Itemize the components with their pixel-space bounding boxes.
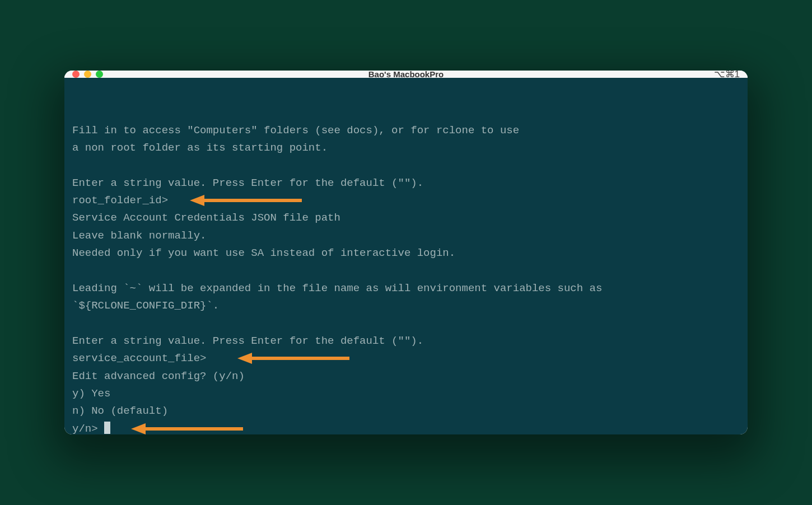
- terminal-line: [72, 157, 740, 174]
- minimize-button[interactable]: [84, 71, 91, 78]
- terminal-line: Fill in to access "Computers" folders (s…: [72, 122, 740, 139]
- terminal-line: Service Account Credentials JSON file pa…: [72, 209, 740, 227]
- terminal-line: `${RCLONE_CONFIG_DIR}`.: [72, 297, 740, 315]
- close-button[interactable]: [72, 71, 80, 78]
- terminal-line: Enter a string value. Press Enter for th…: [72, 175, 740, 192]
- terminal-line: y/n>: [72, 420, 740, 434]
- svg-marker-3: [237, 353, 252, 364]
- annotation-arrow-icon: [131, 422, 243, 434]
- terminal-line: Edit advanced config? (y/n): [72, 368, 740, 385]
- terminal-line: [72, 262, 740, 279]
- terminal-window: Bao's MacbookPro ⌥⌘1 Fill in to access "…: [64, 71, 748, 434]
- annotation-arrow-icon: [237, 351, 349, 366]
- terminal-line: n) No (default): [72, 403, 740, 420]
- terminal-content[interactable]: Fill in to access "Computers" folders (s…: [64, 78, 748, 434]
- terminal-line: Needed only if you want use SA instead o…: [72, 245, 740, 262]
- window-controls: [72, 71, 103, 78]
- svg-marker-1: [190, 195, 204, 206]
- terminal-cursor: [104, 422, 110, 434]
- terminal-line: root_folder_id>: [72, 192, 740, 209]
- terminal-line: y) Yes: [72, 385, 740, 403]
- terminal-line: Leading `~` will be expanded in the file…: [72, 280, 740, 297]
- zoom-button[interactable]: [96, 71, 103, 78]
- svg-rect-4: [144, 427, 243, 431]
- scrollbar-track[interactable]: [736, 80, 745, 434]
- annotation-arrow-icon: [190, 193, 302, 208]
- terminal-line: [72, 315, 740, 332]
- terminal-line: Enter a string value. Press Enter for th…: [72, 333, 740, 350]
- terminal-line: a non root folder as its starting point.: [72, 139, 740, 157]
- terminal-line: service_account_file>: [72, 350, 740, 367]
- svg-rect-0: [203, 199, 302, 202]
- svg-rect-2: [251, 357, 349, 360]
- terminal-line: Leave blank normally.: [72, 227, 740, 245]
- title-bar: Bao's MacbookPro ⌥⌘1: [64, 71, 748, 78]
- svg-marker-5: [131, 423, 146, 434]
